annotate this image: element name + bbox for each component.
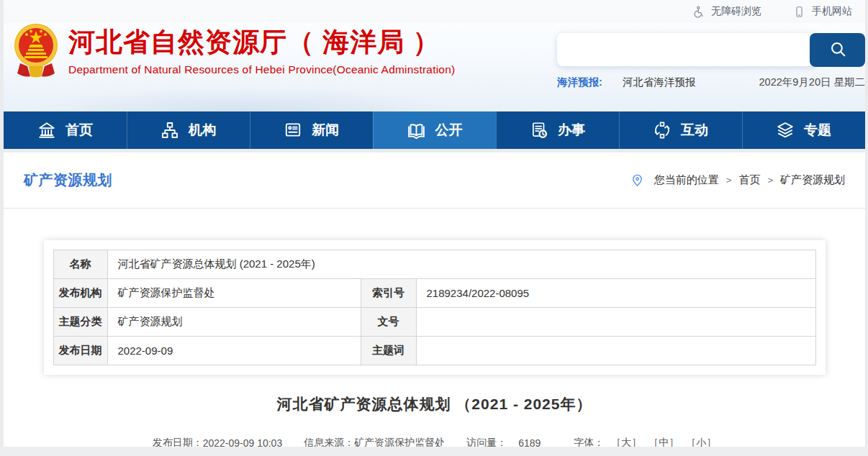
nav-label: 专题 — [804, 121, 831, 140]
table-row: 名称 河北省矿产资源总体规划 (2021 - 2025年) — [53, 250, 815, 279]
index-label-cell: 索引号 — [361, 279, 416, 308]
nav-label: 公开 — [435, 121, 463, 140]
footer-strip — [0, 447, 868, 456]
home-building-icon — [37, 121, 56, 140]
site-brand: 河北省自然资源厅（ 海洋局 ） Department of Natural Re… — [68, 27, 455, 76]
forecast-row: 海洋预报: 河北省海洋预报 2022年9月20日 星期二 — [557, 76, 865, 89]
nav-label: 互动 — [681, 121, 708, 140]
page-title: 矿产资源规划 — [24, 170, 112, 190]
table-row: 发布日期 2022-09-09 主题词 — [53, 337, 815, 365]
nav-label: 办事 — [558, 121, 585, 140]
accessibility-icon — [691, 5, 705, 19]
nav-item-interaction[interactable]: 互动 — [619, 111, 742, 149]
site-title: 河北省自然资源厅（ 海洋局 ） — [68, 27, 455, 58]
page-wrapper: 无障碍浏览 手机网站 — [4, 0, 865, 456]
national-emblem — [13, 22, 59, 81]
document-info-card: 名称 河北省矿产资源总体规划 (2021 - 2025年) 发布机构 矿产资源保… — [44, 240, 826, 375]
nav-item-home[interactable]: 首页 — [4, 111, 127, 149]
index-value-cell: 2189234/2022-08095 — [416, 279, 815, 308]
nav-item-services[interactable]: 办事 — [496, 111, 619, 149]
search-icon — [828, 40, 847, 60]
docnum-label-cell: 文号 — [361, 308, 416, 337]
nav-label: 新闻 — [312, 121, 339, 140]
nav-item-organization[interactable]: 机构 — [127, 111, 250, 149]
mobile-phone-icon — [793, 6, 805, 18]
breadcrumb-bar: 矿产资源规划 您当前的位置 > 首页 > 矿产资源规划 — [4, 152, 865, 209]
docnum-value-cell — [416, 308, 815, 337]
search-input[interactable] — [557, 33, 816, 66]
breadcrumb-home-link[interactable]: 首页 — [738, 173, 760, 187]
nav-item-news[interactable]: 新闻 — [250, 111, 373, 149]
accessibility-label: 无障碍浏览 — [711, 5, 761, 18]
forecast-link[interactable]: 河北省海洋预报 — [623, 76, 696, 89]
document-info-table: 名称 河北省矿产资源总体规划 (2021 - 2025年) 发布机构 矿产资源保… — [53, 250, 816, 365]
table-row: 主题分类 矿产资源规划 文号 — [53, 308, 815, 337]
breadcrumb-current[interactable]: 矿产资源规划 — [780, 173, 845, 187]
open-book-icon — [407, 121, 426, 140]
mobile-site-link[interactable]: 手机网站 — [793, 5, 852, 18]
article-title: 河北省矿产资源总体规划 （2021 - 2025年） — [4, 394, 865, 414]
pubdate-label-cell: 发布日期 — [53, 337, 107, 365]
agency-value-cell: 矿产资源保护监督处 — [107, 279, 361, 308]
current-date: 2022年9月20日 星期二 — [759, 76, 865, 89]
category-label-cell: 主题分类 — [53, 308, 107, 337]
keywords-value-cell — [416, 337, 815, 365]
breadcrumb: 您当前的位置 > 首页 > 矿产资源规划 — [630, 173, 845, 187]
table-row: 发布机构 矿产资源保护监督处 索引号 2189234/2022-08095 — [53, 279, 815, 308]
breadcrumb-separator: > — [726, 175, 732, 186]
accessibility-link[interactable]: 无障碍浏览 — [691, 5, 761, 19]
main-nav: 首页 机构 新闻 — [4, 111, 865, 149]
location-pin-icon — [630, 173, 644, 187]
mobile-site-label: 手机网站 — [812, 5, 852, 18]
name-label-cell: 名称 — [53, 250, 107, 279]
search-button[interactable] — [810, 33, 865, 67]
nav-label: 首页 — [65, 121, 93, 140]
name-value-cell: 河北省矿产资源总体规划 (2021 - 2025年) — [107, 250, 815, 279]
location-label: 您当前的位置 — [654, 173, 719, 187]
category-value-cell: 矿产资源规划 — [107, 308, 361, 337]
pubdate-value-cell: 2022-09-09 — [107, 337, 361, 365]
search-bar — [557, 33, 865, 67]
newspaper-icon — [284, 121, 302, 140]
site-header: 无障碍浏览 手机网站 — [4, 0, 865, 111]
nav-item-topics[interactable]: 专题 — [742, 111, 865, 149]
org-chart-icon — [161, 121, 179, 140]
document-clock-icon — [530, 121, 548, 140]
main-content: 名称 河北省矿产资源总体规划 (2021 - 2025年) 发布机构 矿产资源保… — [4, 240, 865, 456]
forecast-label: 海洋预报: — [557, 76, 602, 89]
agency-label-cell: 发布机构 — [53, 279, 107, 308]
site-subtitle: Department of Natural Resources of Hebei… — [68, 63, 455, 76]
nav-item-disclosure[interactable]: 公开 — [373, 111, 496, 149]
interaction-cycle-icon — [653, 121, 672, 140]
utility-topbar: 无障碍浏览 手机网站 — [4, 0, 865, 23]
breadcrumb-separator: > — [767, 175, 773, 186]
nav-label: 机构 — [189, 121, 216, 140]
layers-icon — [776, 121, 795, 140]
keywords-label-cell: 主题词 — [361, 337, 416, 365]
